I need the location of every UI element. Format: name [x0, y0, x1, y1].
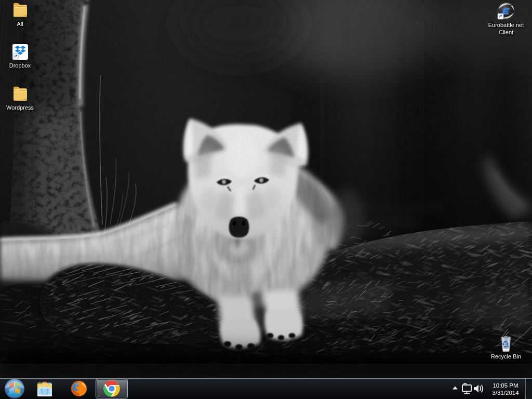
- svg-text:3/31/2014: 3/31/2014: [492, 390, 519, 396]
- svg-text:10:05 PM: 10:05 PM: [493, 382, 518, 389]
